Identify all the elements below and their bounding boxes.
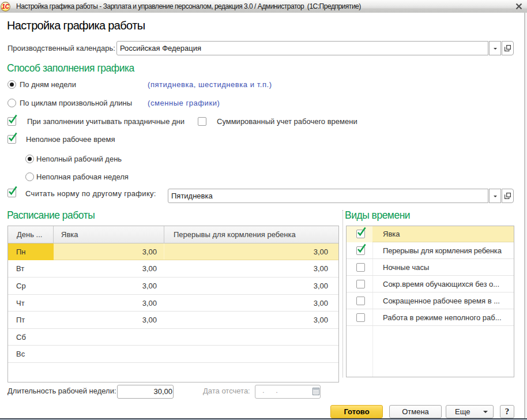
svg-text:1С: 1С (2, 3, 10, 10)
